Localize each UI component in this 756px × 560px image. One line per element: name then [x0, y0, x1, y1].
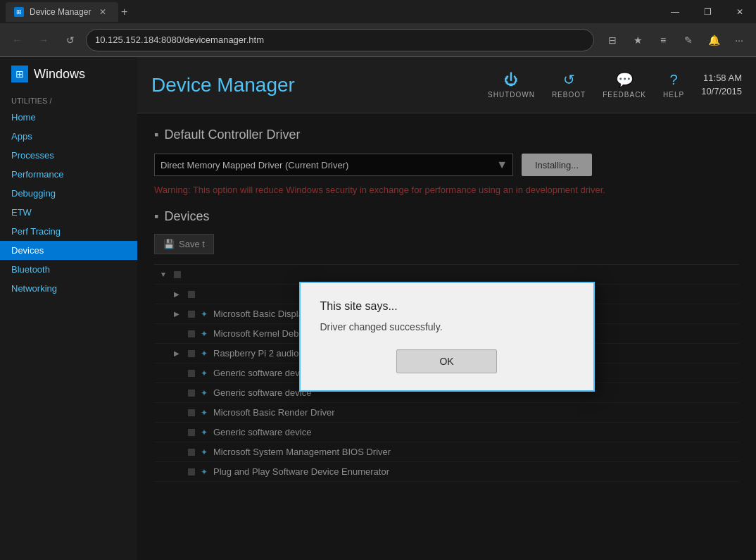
sidebar-brand: Windows: [34, 67, 85, 82]
extensions-icon[interactable]: 🔔: [703, 29, 725, 51]
reboot-button[interactable]: ↺ REBOOT: [552, 71, 586, 99]
tab-close-button[interactable]: ✕: [99, 7, 106, 17]
hub-icon[interactable]: ≡: [652, 29, 674, 51]
dialog-overlay: This site says... Driver changed success…: [137, 113, 756, 560]
dialog-ok-button[interactable]: OK: [396, 349, 496, 373]
maximize-button[interactable]: ❐: [691, 0, 724, 23]
dialog-title: This site says...: [320, 300, 574, 313]
sidebar-section-label: UTILITIES /: [0, 91, 137, 108]
help-button[interactable]: ? HELP: [663, 72, 684, 99]
more-icon[interactable]: ···: [728, 29, 750, 51]
tab-title: Device Manager: [30, 7, 91, 17]
sidebar-item-home[interactable]: Home: [0, 108, 137, 127]
dialog-message: Driver changed successfuly.: [320, 321, 574, 332]
dialog-actions: OK: [320, 349, 574, 373]
top-actions: ⏻ SHUTDOWN ↺ REBOOT 💬 FEEDBACK ? HELP 11…: [488, 71, 742, 99]
toolbar-icons: ⊟ ★ ≡ ✎ 🔔 ···: [601, 29, 750, 51]
sidebar-header: ⊞ Windows: [0, 57, 137, 91]
content-area: Device Manager ⏻ SHUTDOWN ↺ REBOOT 💬 FEE…: [137, 57, 756, 560]
shutdown-label: SHUTDOWN: [488, 91, 535, 99]
sidebar-item-etw[interactable]: ETW: [0, 203, 137, 222]
main-layout: ⊞ Windows UTILITIES / Home Apps Processe…: [0, 57, 756, 560]
shutdown-icon: ⏻: [504, 72, 518, 88]
page-title: Device Manager: [151, 74, 295, 97]
feedback-button[interactable]: 💬 FEEDBACK: [603, 71, 646, 99]
tab-favicon: [14, 7, 24, 17]
address-bar: ← → ↺ 10.125.152.184:8080/devicemanager.…: [0, 23, 756, 57]
back-button[interactable]: ←: [6, 29, 28, 51]
sidebar-item-apps[interactable]: Apps: [0, 127, 137, 146]
dialog: This site says... Driver changed success…: [299, 282, 595, 392]
refresh-button[interactable]: ↺: [59, 29, 82, 51]
feedback-label: FEEDBACK: [603, 91, 646, 99]
help-icon: ?: [670, 72, 678, 88]
time-display: 11:58 AM 10/7/2015: [701, 72, 742, 97]
notes-icon[interactable]: ✎: [677, 29, 700, 51]
feedback-icon: 💬: [616, 71, 634, 88]
reboot-icon: ↺: [563, 71, 575, 88]
sidebar-item-performance[interactable]: Performance: [0, 165, 137, 184]
favorites-icon[interactable]: ★: [626, 29, 649, 51]
url-text: 10.125.152.184:8080/devicemanager.htm: [95, 35, 264, 45]
current-time: 11:58 AM: [701, 72, 742, 85]
active-tab[interactable]: Device Manager ✕: [6, 2, 118, 22]
windows-logo-icon: ⊞: [11, 66, 28, 82]
window-controls: — ❐ ✕: [659, 0, 756, 23]
help-label: HELP: [663, 91, 684, 99]
new-tab-button[interactable]: +: [121, 6, 127, 18]
forward-button[interactable]: →: [32, 29, 55, 51]
page-content: Default Controller Driver Direct Memory …: [137, 113, 756, 560]
top-bar: Device Manager ⏻ SHUTDOWN ↺ REBOOT 💬 FEE…: [137, 57, 756, 113]
current-date: 10/7/2015: [701, 85, 742, 98]
shutdown-button[interactable]: ⏻ SHUTDOWN: [488, 72, 535, 99]
sidebar-item-devices[interactable]: Devices: [0, 241, 137, 260]
sidebar-item-processes[interactable]: Processes: [0, 146, 137, 165]
sidebar: ⊞ Windows UTILITIES / Home Apps Processe…: [0, 57, 137, 560]
sidebar-item-debugging[interactable]: Debugging: [0, 184, 137, 203]
minimize-button[interactable]: —: [659, 0, 691, 23]
url-bar[interactable]: 10.125.152.184:8080/devicemanager.htm: [86, 29, 594, 51]
sidebar-item-bluetooth[interactable]: Bluetooth: [0, 260, 137, 279]
sidebar-item-networking[interactable]: Networking: [0, 279, 137, 298]
sidebar-item-perf-tracing[interactable]: Perf Tracing: [0, 222, 137, 241]
tab-bar: Device Manager ✕ + — ❐ ✕: [0, 0, 756, 23]
close-button[interactable]: ✕: [724, 0, 756, 23]
split-view-icon[interactable]: ⊟: [601, 29, 624, 51]
reboot-label: REBOOT: [552, 91, 586, 99]
